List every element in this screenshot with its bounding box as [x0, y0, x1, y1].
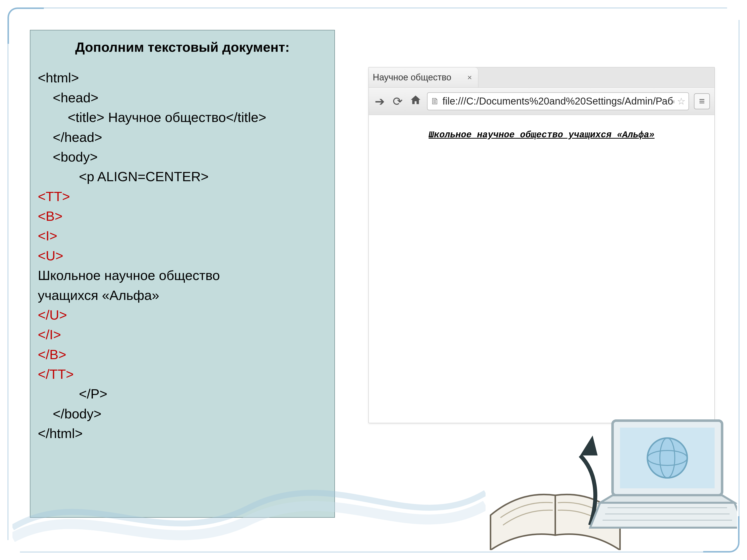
- code-line: </P>: [38, 384, 327, 404]
- browser-tabbar: Научное общество ×: [369, 68, 714, 88]
- frame-line: [739, 20, 740, 518]
- code-line: <title> Научное общество</title>: [38, 108, 327, 127]
- frame-line: [42, 7, 727, 8]
- tab-title: Научное общество: [373, 72, 451, 83]
- bookmark-star-icon[interactable]: ☆: [677, 96, 686, 107]
- code-line: <TT>: [38, 187, 327, 206]
- code-line: </I>: [38, 325, 327, 344]
- code-line: </B>: [38, 345, 327, 364]
- code-line: <body>: [38, 147, 327, 167]
- browser-tab[interactable]: Научное общество ×: [369, 68, 478, 87]
- page-heading: Школьное научное общество учащихся «Альф…: [429, 130, 654, 140]
- address-bar[interactable]: 🗎 file:///C:/Documents%20and%20Settings/…: [427, 92, 689, 110]
- menu-button[interactable]: ≡: [694, 93, 710, 109]
- code-line: <B>: [38, 206, 327, 226]
- code-panel-heading: Дополним текстовый документ:: [38, 37, 327, 57]
- frame-line: [7, 42, 8, 540]
- code-line: </TT>: [38, 364, 327, 384]
- code-line: учащихся «Альфа»: [38, 286, 327, 305]
- code-line: <p ALIGN=CENTER>: [38, 167, 327, 186]
- reload-icon[interactable]: ⟳: [391, 94, 404, 108]
- code-line: <U>: [38, 246, 327, 266]
- home-icon[interactable]: [409, 94, 422, 108]
- code-line: <I>: [38, 226, 327, 246]
- code-line: </head>: [38, 128, 327, 147]
- code-line: Школьное научное общество: [38, 266, 327, 285]
- code-line: </body>: [38, 404, 327, 424]
- browser-toolbar: ➔ ⟳ 🗎 file:///C:/Documents%20and%20Setti…: [369, 88, 714, 115]
- browser-content: Школьное научное общество учащихся «Альф…: [369, 115, 714, 155]
- code-panel: Дополним текстовый документ: <html> <hea…: [30, 30, 335, 518]
- close-icon[interactable]: ×: [465, 73, 474, 82]
- code-line: </html>: [38, 424, 327, 443]
- code-line: <head>: [38, 88, 327, 108]
- forward-icon[interactable]: ➔: [373, 94, 386, 108]
- frame-line: [20, 552, 705, 553]
- code-line: <html>: [38, 68, 327, 88]
- browser-window: Научное общество × ➔ ⟳ 🗎 file:///C:/Docu…: [368, 67, 715, 423]
- page-icon: 🗎: [431, 96, 439, 107]
- url-text: file:///C:/Documents%20and%20Settings/Ad…: [442, 96, 674, 107]
- code-line: </U>: [38, 305, 327, 325]
